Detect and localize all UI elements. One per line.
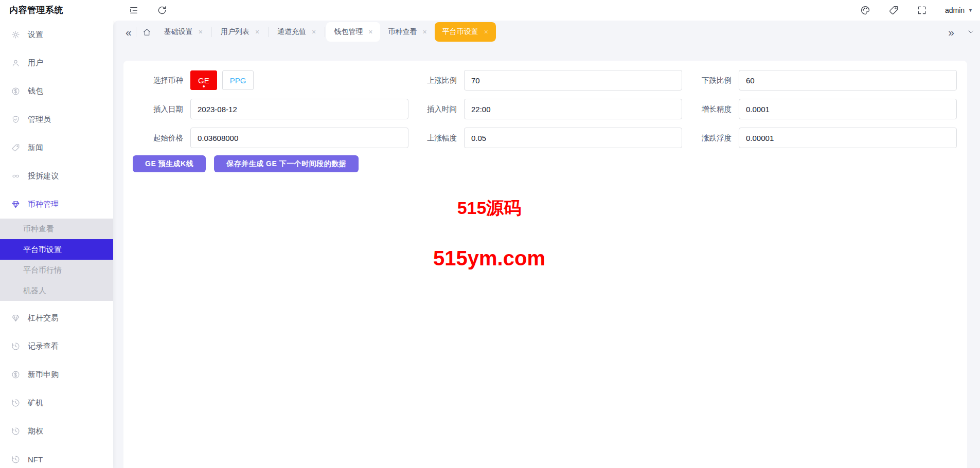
app-title: 内容管理系统	[9, 0, 63, 21]
sidebar-item-label: 矿机	[28, 398, 43, 408]
coin-option-label: PPG	[230, 76, 246, 85]
close-icon[interactable]: ×	[484, 28, 488, 35]
coin-option-ge[interactable]: GE	[190, 70, 217, 90]
sidebar-item-settings[interactable]: 设置	[0, 21, 113, 49]
tabs-scroll-right-icon[interactable]: »	[945, 27, 957, 38]
tabs-scroll-left-icon[interactable]: «	[122, 27, 135, 38]
watermark-line2: 515ym.com	[433, 247, 545, 270]
username: admin	[945, 6, 965, 14]
sidebar-item-coin-management[interactable]: 币种管理	[0, 190, 113, 219]
sidebar-subitem-platform-coin-settings[interactable]: 平台币设置	[0, 239, 113, 260]
tab-label: 通道充值	[277, 27, 306, 37]
sidebar-item-feedback[interactable]: 投拆建议	[0, 162, 113, 190]
sidebar-item-records[interactable]: 记录查看	[0, 332, 113, 361]
sidebar-item-new-coin-subscription[interactable]: 新币申购	[0, 361, 113, 389]
sidebar-item-wallet[interactable]: 钱包	[0, 77, 113, 105]
tab-basic-settings[interactable]: 基础设置 ×	[156, 22, 210, 42]
close-icon[interactable]: ×	[312, 28, 316, 35]
sidebar-item-label: 杠杆交易	[28, 313, 59, 323]
fluctuation-input[interactable]	[739, 128, 957, 148]
history-icon	[11, 427, 20, 436]
insert-date-label: 插入日期	[133, 104, 190, 114]
tab-platform-coin-settings[interactable]: 平台币设置 ×	[435, 22, 496, 42]
start-price-input[interactable]	[190, 128, 408, 148]
sidebar-item-label: 新币申购	[28, 370, 59, 380]
rise-amplitude-label: 上涨幅度	[408, 133, 464, 143]
close-icon[interactable]: ×	[199, 28, 203, 35]
gem-icon	[11, 200, 20, 209]
sidebar-item-label: 记录查看	[28, 341, 59, 351]
shield-icon	[11, 115, 20, 124]
form-actions: GE 预生成K线 保存并生成 GE 下一个时间段的数据	[123, 148, 967, 172]
sidebar-item-users[interactable]: 用户	[0, 49, 113, 77]
collapse-sidebar-icon[interactable]	[129, 5, 139, 15]
sidebar-subitem-coin-view[interactable]: 币种查看	[0, 219, 113, 239]
tabs-menu-chevron-down-icon[interactable]	[967, 28, 975, 36]
tab-bar: « 基础设置 × 用户列表 × 通道充值 × 钱包管理 × 币种查看 × 平台币…	[113, 21, 980, 43]
fullscreen-icon[interactable]	[917, 5, 927, 15]
rise-ratio-label: 上涨比例	[408, 76, 464, 85]
coin-selector: GE PPG	[190, 70, 408, 90]
insert-time-input[interactable]	[464, 99, 682, 119]
close-icon[interactable]: ×	[255, 28, 259, 35]
user-menu[interactable]: admin ▼	[945, 6, 973, 14]
coin-select-label: 选择币种	[133, 76, 190, 85]
theme-palette-icon[interactable]	[860, 5, 870, 15]
tab-label: 用户列表	[221, 27, 250, 37]
sidebar-subitem-robot[interactable]: 机器人	[0, 280, 113, 301]
sidebar-item-mining-machine[interactable]: 矿机	[0, 389, 113, 417]
sidebar-item-label: 期权	[28, 426, 43, 436]
fall-ratio-input[interactable]	[739, 70, 957, 91]
coin-management-submenu: 币种查看 平台币设置 平台币行情 机器人	[0, 219, 113, 301]
rise-ratio-input[interactable]	[464, 70, 682, 91]
home-icon[interactable]	[142, 28, 151, 37]
sidebar-item-nft[interactable]: NFT	[0, 445, 113, 468]
tag-icon[interactable]	[888, 5, 899, 15]
watermark-line1: 515源码	[457, 196, 522, 220]
coin-option-label: GE	[198, 76, 209, 85]
pregenerate-kline-button[interactable]: GE 预生成K线	[133, 155, 206, 172]
tab-label: 钱包管理	[334, 27, 363, 37]
sidebar-item-admins[interactable]: 管理员	[0, 105, 113, 134]
close-icon[interactable]: ×	[368, 28, 372, 35]
sidebar-item-label: NFT	[28, 455, 43, 464]
sidebar-item-leverage-trading[interactable]: 杠杆交易	[0, 304, 113, 332]
rise-amplitude-input[interactable]	[464, 128, 682, 148]
sidebar-item-label: 钱包	[28, 86, 43, 96]
tab-channel-recharge[interactable]: 通道充值 ×	[270, 22, 324, 42]
sidebar-subitem-platform-coin-market[interactable]: 平台币行情	[0, 260, 113, 280]
caret-down-icon: ▼	[968, 8, 973, 13]
divider	[325, 27, 325, 37]
user-icon	[11, 59, 20, 67]
settings-form-card: 选择币种 GE PPG 上涨比例 下跌比例 插入日期 插入时间 增长精度	[123, 61, 967, 468]
start-price-label: 起始价格	[133, 133, 190, 143]
tab-coin-view[interactable]: 币种查看 ×	[380, 22, 434, 42]
history-icon	[11, 455, 20, 464]
gem-icon	[11, 314, 20, 322]
tab-wallet-management[interactable]: 钱包管理 ×	[326, 22, 380, 42]
divider	[211, 27, 212, 37]
tab-user-list[interactable]: 用户列表 ×	[213, 22, 267, 42]
refresh-icon[interactable]	[157, 5, 167, 15]
header-actions: admin ▼	[860, 0, 973, 21]
dollar-icon	[11, 370, 20, 379]
top-header: 内容管理系统 admin ▼	[0, 0, 980, 21]
growth-precision-input[interactable]	[739, 99, 957, 119]
sidebar-item-options[interactable]: 期权	[0, 417, 113, 445]
sidebar-item-news[interactable]: 新闻	[0, 134, 113, 162]
divider	[268, 27, 269, 37]
save-generate-next-period-button[interactable]: 保存并生成 GE 下一个时间段的数据	[214, 155, 359, 172]
sidebar-item-label: 管理员	[28, 115, 51, 124]
link-icon	[11, 172, 20, 181]
close-icon[interactable]: ×	[422, 28, 426, 35]
fall-ratio-label: 下跌比例	[682, 76, 739, 85]
dollar-icon	[11, 87, 20, 96]
tab-label: 基础设置	[164, 27, 193, 37]
coin-option-ppg[interactable]: PPG	[222, 70, 254, 90]
selected-dot	[203, 85, 205, 87]
sidebar-item-label: 设置	[28, 30, 43, 40]
tab-label: 平台币设置	[442, 27, 478, 37]
history-icon	[11, 342, 20, 351]
insert-date-input[interactable]	[190, 99, 408, 119]
gear-icon	[11, 30, 20, 39]
